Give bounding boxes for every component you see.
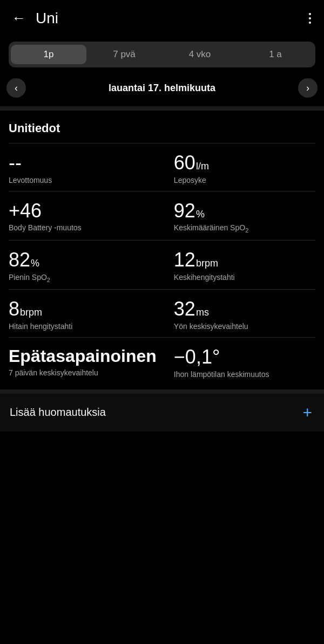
section-title: Unitiedot bbox=[9, 121, 315, 135]
stat-skin-temp: −0,1° Ihon lämpötilan keskimuutos bbox=[165, 337, 315, 385]
footer-divider bbox=[0, 389, 324, 394]
stat-label: Yön keskisykevaihtelu bbox=[174, 322, 315, 331]
header: ← Uni bbox=[0, 0, 324, 36]
plus-icon: + bbox=[302, 403, 312, 421]
stat-spo2-avg: 92% Keskimääräinen SpO2 bbox=[165, 191, 315, 240]
page-title: Uni bbox=[36, 10, 58, 27]
more-dot-icon bbox=[309, 22, 311, 24]
header-left: ← Uni bbox=[10, 8, 58, 29]
add-notes-button[interactable]: + bbox=[300, 405, 314, 421]
stat-value: 12brpm bbox=[174, 249, 315, 271]
stat-number: 92 bbox=[174, 200, 195, 222]
footer: Lisää huomautuksia + bbox=[0, 394, 324, 431]
stat-label: 7 päivän keskisykevaihtelu bbox=[9, 368, 157, 377]
more-dot-icon bbox=[309, 17, 311, 19]
stat-label: Levottomuus bbox=[9, 176, 157, 184]
stat-value: 32ms bbox=[174, 298, 315, 320]
stat-number: −0,1° bbox=[174, 346, 220, 368]
section-divider bbox=[0, 106, 324, 111]
back-arrow-icon: ← bbox=[12, 10, 26, 26]
stat-number: +46 bbox=[9, 200, 42, 222]
stat-value: -- bbox=[9, 152, 157, 174]
stat-number: -- bbox=[9, 152, 22, 174]
back-button[interactable]: ← bbox=[10, 8, 28, 29]
prev-date-button[interactable]: ‹ bbox=[6, 78, 26, 98]
period-tabs: 1p 7 pvä 4 vko 1 a bbox=[9, 42, 315, 67]
stat-number: 82 bbox=[9, 249, 30, 271]
stat-label: Hitain hengitystahti bbox=[9, 322, 157, 331]
stat-unit: brpm bbox=[20, 307, 42, 318]
add-notes-label: Lisää huomautuksia bbox=[10, 406, 106, 419]
stat-unit: l/m bbox=[196, 161, 209, 172]
stat-value: +46 bbox=[9, 200, 157, 222]
stat-value: −0,1° bbox=[174, 346, 315, 368]
stat-value: 60l/m bbox=[174, 152, 315, 174]
stat-number: 60 bbox=[174, 152, 195, 174]
unitiedot-section: Unitiedot -- Levottomuus 60l/m Leposyke … bbox=[0, 111, 324, 385]
stat-value: 82% bbox=[9, 249, 157, 271]
tab-4vko[interactable]: 4 vko bbox=[162, 45, 238, 64]
more-options-button[interactable] bbox=[306, 11, 314, 26]
stat-unit: brpm bbox=[196, 258, 218, 269]
next-date-button[interactable]: › bbox=[298, 78, 318, 98]
stat-label: Keskimääräinen SpO2 bbox=[174, 223, 315, 234]
stat-spo2-min: 82% Pienin SpO2 bbox=[9, 240, 165, 289]
tab-1p[interactable]: 1p bbox=[11, 45, 86, 64]
stat-label: Leposyke bbox=[174, 176, 315, 184]
tab-7pva[interactable]: 7 pvä bbox=[86, 45, 162, 64]
stat-breathing-slow: 8brpm Hitain hengitystahti bbox=[9, 289, 165, 337]
stat-leposyke: 60l/m Leposyke bbox=[165, 143, 315, 191]
stat-label: Keskihengitystahti bbox=[174, 273, 315, 282]
stat-value: Epätasapainoinen bbox=[9, 346, 157, 366]
stat-number: 8 bbox=[9, 298, 19, 320]
stat-breathing-avg: 12brpm Keskihengitystahti bbox=[165, 240, 315, 289]
stat-unit: ms bbox=[196, 307, 209, 318]
more-dot-icon bbox=[309, 13, 311, 15]
stat-levottomuus: -- Levottomuus bbox=[9, 143, 165, 191]
date-navigation: ‹ lauantai 17. helmikuuta › bbox=[0, 73, 324, 103]
stat-label: Body Battery -muutos bbox=[9, 223, 157, 232]
stat-number: 32 bbox=[174, 298, 195, 320]
current-date: lauantai 17. helmikuuta bbox=[109, 83, 215, 94]
stat-value: 8brpm bbox=[9, 298, 157, 320]
stat-value: 92% bbox=[174, 200, 315, 222]
stat-unit: % bbox=[196, 209, 205, 220]
stat-label: Ihon lämpötilan keskimuutos bbox=[174, 370, 315, 379]
stat-hrv-night: 32ms Yön keskisykevaihtelu bbox=[165, 289, 315, 337]
prev-arrow-icon: ‹ bbox=[15, 83, 18, 94]
stat-body-battery: +46 Body Battery -muutos bbox=[9, 191, 165, 240]
stat-label: Pienin SpO2 bbox=[9, 273, 157, 283]
stat-number: 12 bbox=[174, 249, 195, 271]
stat-hrv-7day: Epätasapainoinen 7 päivän keskisykevaiht… bbox=[9, 337, 165, 385]
tab-1a[interactable]: 1 a bbox=[238, 45, 313, 64]
stat-unit: % bbox=[31, 258, 39, 269]
stats-grid: -- Levottomuus 60l/m Leposyke +46 Body B… bbox=[9, 143, 315, 385]
next-arrow-icon: › bbox=[306, 83, 309, 94]
